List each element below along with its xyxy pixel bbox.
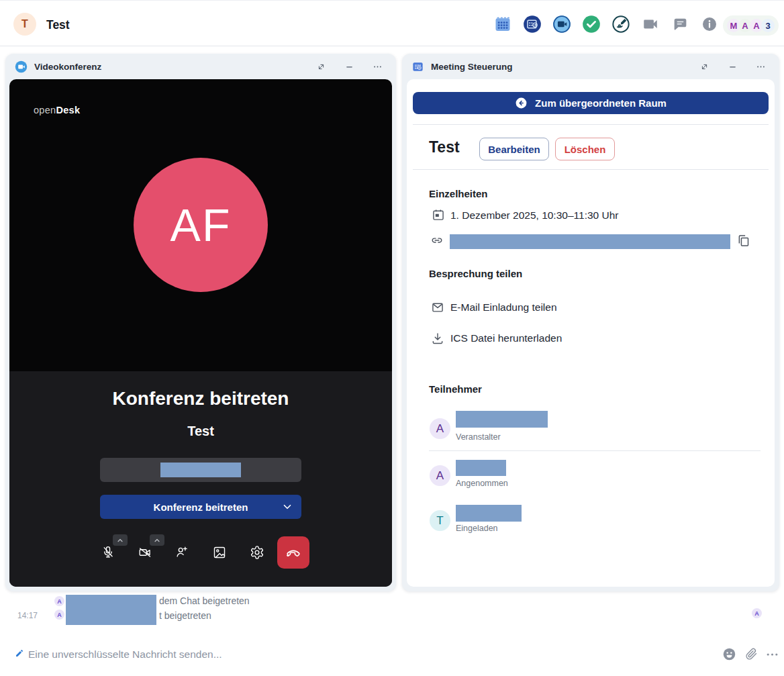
chat-toggle-icon[interactable] [671,15,689,34]
mic-muted-icon[interactable] [101,545,115,560]
divider [429,450,761,451]
chat-sender-avatar: A [54,610,64,620]
settings-icon[interactable] [250,545,264,560]
divider [413,169,769,170]
camera-options-button[interactable] [150,534,164,546]
avatar-group[interactable]: M A A 3 [723,15,779,36]
attach-button[interactable] [744,647,758,661]
redacted-participant-name [456,505,522,522]
video-area: openDesk AF Konferenz beitreten Test Kon… [9,79,392,587]
video-panel-header: Videokonferenz [5,54,396,79]
minimize-icon[interactable] [728,62,738,72]
chat-sender-avatar: A [54,596,64,606]
video-panel: Videokonferenz openDesk AF Konferenz bei… [5,54,396,591]
expand-icon[interactable] [699,62,709,72]
join-conference-button[interactable]: Konferenz beitreten [100,495,301,519]
link-icon [430,234,444,247]
more-icon[interactable] [373,62,383,72]
meeting-widget-icon [411,60,424,73]
participant-avatar: T [430,510,450,531]
more-icon[interactable] [756,62,766,72]
message-input[interactable]: Eine unverschlüsselte Nachricht senden..… [28,648,222,661]
calendar-outline-icon [432,208,445,222]
delete-button[interactable]: Löschen [555,138,615,160]
edit-button[interactable]: Bearbeiten [479,138,549,160]
participant-avatar: A [430,465,450,486]
event-date: 1. Dezember 2025, 10:30–11:30 Uhr [450,209,618,222]
details-heading: Einzelheiten [429,188,488,199]
signature-icon[interactable] [611,15,630,34]
chat-message: t beigetreten [159,610,211,621]
join-subheading: Test [9,424,392,439]
app-logo[interactable]: T [13,13,36,36]
back-icon [515,97,528,109]
display-name-input[interactable] [100,458,301,482]
add-person-icon[interactable] [175,544,189,559]
meeting-panel-title: Meeting Steuerung [431,62,693,72]
participant-avatar: A [430,418,450,439]
copy-icon[interactable] [736,234,750,248]
parent-room-button[interactable]: Zum übergeordneten Raum [413,92,769,114]
meeting-title: Test [429,138,460,156]
video-widget-icon [15,60,28,73]
chevron-down-icon[interactable] [281,501,293,513]
download-icon [431,332,444,345]
mail-icon [431,301,444,314]
more-options-button[interactable] [766,650,779,659]
meeting-panel-header: Meeting Steuerung [402,54,779,79]
read-receipt-avatar: A [752,608,762,618]
redacted-chat-name [66,595,156,625]
camera-off-icon[interactable] [138,545,152,560]
page-title: Test [46,18,70,32]
chat-message: dem Chat beigetreten [159,595,250,606]
pencil-icon [15,648,24,658]
camera-toggle-icon[interactable] [641,15,660,34]
meetings-widget-icon[interactable] [523,15,542,34]
check-icon[interactable] [582,15,601,34]
chat-timestamp: 14:17 [17,611,38,620]
opendesk-logo: openDesk [34,105,80,115]
emoji-button[interactable] [722,647,736,661]
divider [413,124,769,125]
join-heading: Konferenz beitreten [9,388,392,409]
redacted-meeting-link[interactable] [450,234,730,249]
minimize-icon[interactable] [344,62,354,72]
hangup-button[interactable] [277,536,309,569]
redacted-display-name [160,463,241,477]
share-ics-item[interactable]: ICS Datei herunterladen [450,332,562,344]
share-email-item[interactable]: E-Mail Einladung teilen [450,301,557,313]
avatar-count: 3 [761,19,775,32]
video-panel-title: Videokonferenz [34,62,309,72]
calendar-icon[interactable] [493,15,512,34]
topbar-icons [493,15,719,34]
videoconference-widget-icon[interactable] [552,15,571,34]
user-avatar: AF [134,158,268,292]
mic-options-button[interactable] [113,534,128,546]
participants-heading: Teilnehmer [429,383,482,395]
share-heading: Besprechung teilen [429,268,522,279]
topbar: T Test M A A 3 [0,0,784,46]
hangup-icon [285,544,302,561]
redacted-participant-name [456,460,506,476]
participant-role: Angenommen [456,479,508,488]
participant-role: Veranstalter [456,432,501,442]
expand-icon[interactable] [316,62,326,72]
info-icon[interactable] [700,15,719,34]
meeting-panel: Meeting Steuerung Zum übergeordneten Rau… [402,54,779,591]
background-image-icon[interactable] [212,545,227,560]
redacted-participant-name [456,411,548,428]
meeting-content: Zum übergeordneten Raum Test Bearbeiten … [407,79,775,587]
participant-role: Eingeladen [456,524,498,533]
